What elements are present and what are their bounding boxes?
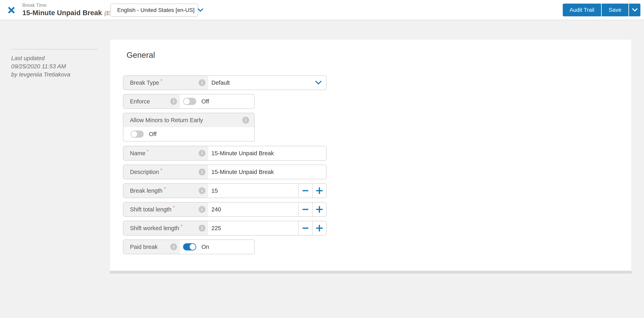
break-length-value: 15 — [212, 187, 218, 194]
break-length-decrement-button[interactable] — [298, 184, 312, 198]
chevron-down-icon — [198, 8, 204, 12]
field-label: Break Type — [130, 79, 159, 86]
field-row-shift-worked-length: Shift worked length * i 225 — [123, 221, 326, 236]
field-label: Enforce — [130, 98, 150, 105]
minus-icon — [302, 188, 308, 194]
audit-trail-button[interactable]: Audit Trail — [563, 3, 601, 16]
plus-icon — [316, 206, 323, 213]
required-marker: * — [160, 167, 162, 173]
field-label-section: Shift total length * i — [123, 202, 208, 216]
field-label: Description — [130, 169, 159, 175]
required-marker: * — [181, 224, 183, 229]
toggle-knob — [190, 244, 196, 250]
close-button[interactable] — [7, 5, 16, 15]
language-selector[interactable]: A English - United States [en-US] — [110, 3, 198, 17]
field-row-paid-break: Paid break i On — [123, 239, 255, 254]
info-icon[interactable]: i — [199, 79, 206, 86]
last-updated-panel: Last updated 09/25/2020 11:53 AM by Ievg… — [11, 49, 98, 79]
page-title: 15-Minute Unpaid Break — [22, 9, 102, 17]
enforce-toggle-state: Off — [202, 98, 209, 105]
field-label-section: Break length * i — [123, 184, 208, 198]
shift-worked-length-field[interactable]: 225 — [208, 221, 298, 235]
header-bar: Break Time 15-Minute Unpaid Break (Edite… — [0, 0, 644, 20]
allow-minors-toggle[interactable] — [130, 131, 144, 138]
shift-worked-decrement-button[interactable] — [298, 221, 312, 235]
chevron-down-icon — [632, 8, 638, 12]
info-icon[interactable]: i — [199, 150, 206, 157]
section-title: General — [126, 51, 155, 60]
field-label: Name — [130, 150, 145, 157]
field-row-enforce: Enforce i Off — [123, 94, 255, 109]
break-type-select[interactable]: Default — [208, 76, 326, 90]
shift-total-length-value: 240 — [212, 206, 221, 213]
info-icon[interactable]: i — [199, 187, 206, 194]
shift-worked-length-value: 225 — [212, 225, 221, 232]
field-row-break-length: Break length * i 15 — [123, 183, 326, 198]
close-icon — [8, 6, 15, 14]
plus-icon — [316, 187, 323, 194]
enforce-toggle[interactable] — [183, 98, 196, 105]
field-label-section: Paid break i — [123, 240, 180, 254]
break-length-field[interactable]: 15 — [208, 184, 298, 198]
name-field-value: 15-Minute Unpaid Break — [212, 150, 274, 157]
field-label: Paid break — [130, 244, 158, 250]
chevron-down-icon — [315, 80, 322, 85]
field-label-section: Allow Minors to Return Early i — [123, 113, 254, 127]
shift-total-length-field[interactable]: 240 — [208, 202, 298, 216]
required-marker: * — [147, 149, 149, 155]
save-button[interactable]: Save — [602, 3, 628, 16]
field-row-shift-total-length: Shift total length * i 240 — [123, 202, 326, 217]
info-icon[interactable]: i — [199, 168, 206, 175]
save-dropdown-button[interactable] — [629, 3, 640, 16]
allow-minors-toggle-state: Off — [149, 131, 156, 138]
field-row-allow-minors: Allow Minors to Return Early i Off — [123, 113, 255, 142]
info-icon[interactable]: i — [199, 206, 206, 213]
name-field[interactable]: 15-Minute Unpaid Break — [208, 146, 326, 160]
header-actions: Audit Trail Save — [563, 3, 640, 16]
field-label-section: Name * i — [123, 146, 208, 160]
language-selector-value: English - United States [en-US] — [117, 7, 195, 13]
required-marker: * — [173, 205, 175, 211]
break-length-increment-button[interactable] — [312, 184, 326, 198]
field-label: Break length — [130, 187, 162, 194]
info-icon[interactable]: i — [170, 243, 177, 250]
toggle-knob — [184, 98, 190, 104]
break-type-value: Default — [212, 79, 230, 86]
description-field-value: 15-Minute Unpaid Break — [212, 169, 274, 175]
description-field[interactable]: 15-Minute Unpaid Break — [208, 165, 326, 179]
field-label: Allow Minors to Return Early — [130, 117, 203, 124]
field-label-section: Break Type * i — [123, 76, 208, 90]
minus-icon — [302, 206, 308, 212]
field-label-section: Enforce i — [123, 94, 180, 108]
last-updated-author: by Ievgeniia Tretiakova — [11, 71, 98, 79]
required-marker: * — [164, 186, 166, 192]
field-row-description: Description * i 15-Minute Unpaid Break — [123, 164, 326, 179]
last-updated-label: Last updated — [11, 54, 98, 62]
shift-worked-increment-button[interactable] — [312, 221, 326, 235]
paid-break-toggle-state: On — [202, 244, 209, 250]
info-icon[interactable]: i — [242, 117, 249, 124]
info-icon[interactable]: i — [199, 225, 206, 232]
field-row-break-type: Break Type * i Default — [123, 75, 326, 90]
shift-total-decrement-button[interactable] — [298, 202, 312, 216]
last-updated-timestamp: 09/25/2020 11:53 AM — [11, 62, 98, 71]
plus-icon — [316, 225, 323, 232]
minus-icon — [302, 225, 308, 231]
toggle-knob — [131, 131, 137, 137]
required-marker: * — [160, 78, 162, 84]
field-row-name: Name * i 15-Minute Unpaid Break — [123, 146, 326, 160]
field-label-section: Shift worked length * i — [123, 221, 208, 235]
general-card: General Break Type * i Default Enforce i… — [110, 39, 632, 271]
info-icon[interactable]: i — [170, 98, 177, 105]
field-label: Shift worked length — [130, 225, 179, 232]
field-label: Shift total length — [130, 206, 172, 213]
field-label-section: Description * i — [123, 165, 208, 179]
paid-break-toggle[interactable] — [183, 243, 196, 250]
shift-total-increment-button[interactable] — [312, 202, 326, 216]
